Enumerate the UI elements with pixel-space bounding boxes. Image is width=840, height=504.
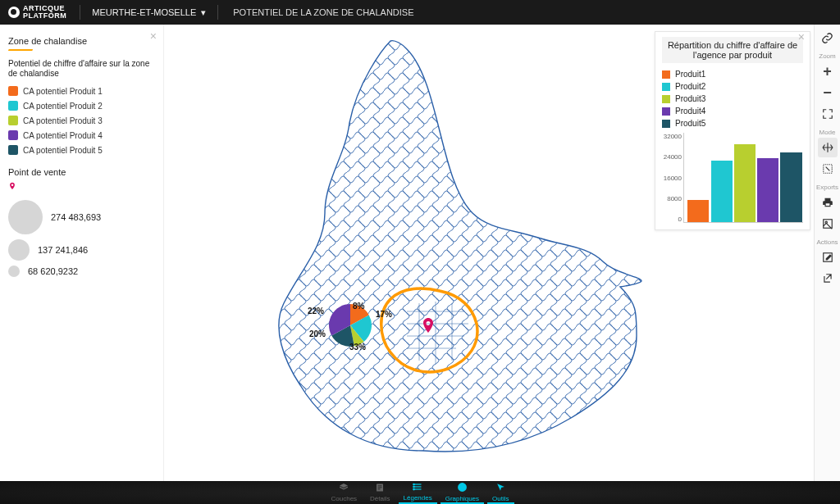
- close-icon[interactable]: ×: [150, 30, 157, 43]
- details-icon: [375, 483, 385, 494]
- pin-icon: [8, 180, 16, 192]
- pie-label-20: 20%: [309, 329, 326, 338]
- swatch-icon: [662, 107, 670, 116]
- product-legend-item: CA potentiel Produit 1: [8, 84, 155, 98]
- tab-label: Détails: [370, 495, 390, 502]
- product-label: CA potentiel Produit 2: [23, 102, 103, 111]
- swatch-icon: [662, 95, 670, 103]
- product-legend-item: CA potentiel Produit 3: [8, 113, 155, 128]
- product-label: CA potentiel Produit 4: [23, 131, 103, 140]
- tab-label: Outils: [492, 495, 509, 502]
- app-logo: ARTICQUE PLATFORM: [0, 5, 75, 20]
- y-tick: 24000: [662, 153, 682, 161]
- zoom-out-button[interactable]: −: [818, 83, 838, 102]
- svg-rect-7: [378, 488, 382, 488]
- zone-underline: [8, 49, 34, 51]
- pan-mode-button[interactable]: [818, 138, 838, 157]
- tab-graphiques[interactable]: Graphiques: [441, 481, 484, 504]
- size-circle-icon: [8, 239, 30, 261]
- size-circle-icon: [8, 200, 43, 234]
- mode-label: Mode: [819, 129, 835, 136]
- svg-point-12: [413, 484, 415, 485]
- zoom-in-button[interactable]: +: [818, 61, 838, 81]
- bottom-tabbar: CouchesDétailsLégendesGraphiquesOutils: [0, 481, 840, 504]
- y-tick: 32000: [662, 133, 682, 140]
- tab-couches[interactable]: Couches: [326, 481, 363, 504]
- select-mode-button[interactable]: [818, 159, 838, 179]
- legendes-icon: [412, 482, 423, 493]
- main-content: × Zone de chalandise Potentiel de chiffr…: [0, 25, 840, 481]
- y-tick: 8000: [662, 195, 682, 202]
- swatch-icon: [662, 70, 670, 79]
- chart-title: Répartition du chiffre d'affaire de l'ag…: [662, 37, 803, 63]
- size-legend-list: 274 483,693137 241,84668 620,9232: [8, 200, 155, 277]
- chart-panel: × Répartition du chiffre d'affaire de l'…: [655, 31, 810, 230]
- fullscreen-button[interactable]: [818, 104, 838, 124]
- graphiques-icon: [457, 482, 468, 494]
- svg-rect-6: [378, 486, 382, 487]
- chart-title-line1: Répartition du chiffre d'affaire de: [665, 40, 800, 50]
- product-legend-list: CA potentiel Produit 1CA potentiel Produ…: [8, 84, 155, 157]
- logo-icon: [8, 7, 20, 18]
- print-button[interactable]: [818, 193, 838, 212]
- potential-section-title: Potentiel de chiffre d'affaire sur la zo…: [8, 59, 155, 79]
- product-legend-item: CA potentiel Produit 4: [8, 128, 155, 143]
- size-value: 137 241,846: [38, 245, 88, 255]
- region-dropdown[interactable]: MEURTHE-ET-MOSELLE ▾: [85, 7, 212, 18]
- pos-section-title: Point de vente: [8, 167, 155, 177]
- size-value: 274 483,693: [51, 212, 101, 222]
- pie-label-22: 22%: [308, 306, 324, 316]
- product-label: CA potentiel Produit 1: [23, 87, 103, 96]
- header-separator: [80, 5, 80, 20]
- size-legend-item: 274 483,693: [8, 200, 155, 234]
- exports-label: Exports: [816, 184, 838, 191]
- region-name: MEURTHE-ET-MOSELLE: [92, 7, 196, 17]
- zoom-label: Zoom: [819, 52, 835, 60]
- size-legend-item: 137 241,846: [8, 239, 155, 261]
- header-separator: [217, 5, 218, 20]
- swatch-icon: [8, 86, 18, 96]
- link-icon[interactable]: [818, 28, 838, 48]
- tab-label: Légendes: [404, 494, 432, 502]
- tab-details[interactable]: Détails: [365, 481, 395, 504]
- pie-label-17: 17%: [376, 310, 392, 319]
- pie-label-33: 33%: [349, 343, 366, 352]
- bar[interactable]: [687, 200, 709, 222]
- size-legend-item: 68 620,9232: [8, 266, 155, 277]
- svg-rect-8: [378, 489, 381, 490]
- bar[interactable]: [711, 161, 733, 222]
- chart-title-line2: l'agence par produit: [665, 50, 800, 60]
- swatch-icon: [8, 101, 18, 111]
- swatch-icon: [662, 120, 670, 128]
- bar[interactable]: [757, 158, 778, 222]
- share-button[interactable]: [818, 269, 838, 288]
- bar[interactable]: [780, 152, 801, 222]
- bar-chart[interactable]: 32000240001600080000: [662, 133, 803, 223]
- actions-label: Actions: [816, 238, 838, 246]
- product-legend-item: CA potentiel Produit 2: [8, 98, 155, 113]
- pie-svg: [328, 303, 372, 347]
- edit-button[interactable]: [818, 247, 838, 267]
- bar[interactable]: [734, 144, 756, 222]
- couches-icon: [338, 483, 349, 494]
- chevron-down-icon: ▾: [201, 7, 206, 18]
- svg-point-13: [413, 486, 415, 488]
- image-export-button[interactable]: [818, 214, 838, 234]
- size-circle-icon: [8, 266, 20, 277]
- legend-label: Produit3: [675, 94, 705, 103]
- close-icon[interactable]: ×: [798, 30, 805, 43]
- brand-bottom: PLATFORM: [23, 12, 66, 20]
- zone-section-title: Zone de chalandise: [8, 36, 155, 46]
- chart-legend-item: Produit2: [662, 80, 803, 93]
- tab-outils[interactable]: Outils: [487, 481, 514, 504]
- chart-plot-area: [683, 133, 803, 223]
- legend-label: Produit2: [675, 82, 705, 91]
- tab-legendes[interactable]: Légendes: [399, 481, 437, 504]
- tab-label: Graphiques: [445, 495, 479, 502]
- size-value: 68 620,9232: [28, 266, 78, 276]
- outils-icon: [495, 482, 506, 494]
- chart-legend-item: Produit3: [662, 93, 803, 105]
- svg-point-14: [413, 488, 415, 490]
- product-label: CA potentiel Produit 3: [23, 116, 103, 125]
- legend-label: Produit4: [675, 107, 705, 116]
